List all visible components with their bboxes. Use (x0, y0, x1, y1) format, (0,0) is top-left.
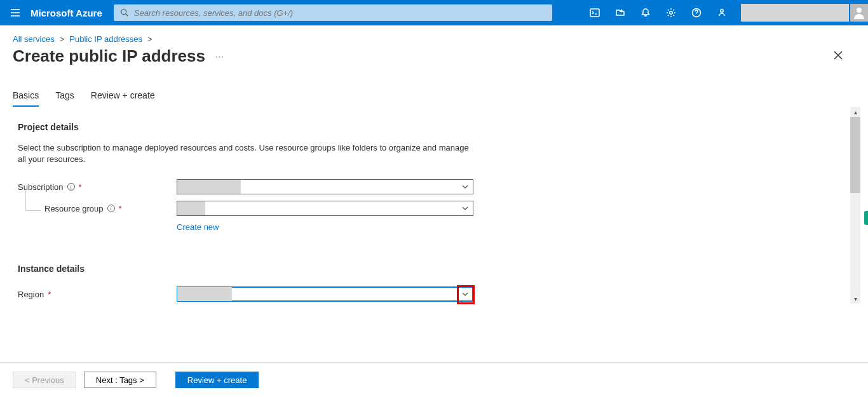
hamburger-icon (10, 8, 20, 18)
row-resource-group: Resource group i * (18, 201, 821, 216)
section-project-desc: Select the subscription to manage deploy… (18, 142, 475, 165)
scroll-up[interactable]: ▴ (850, 107, 860, 117)
wizard-footer: < Previous Next : Tags > Review + create (0, 362, 868, 397)
svg-rect-2 (590, 9, 599, 17)
review-create-button[interactable]: Review + create (175, 372, 259, 388)
chevron-down-icon (458, 205, 473, 212)
avatar-icon (851, 5, 867, 20)
subscription-value (177, 180, 241, 194)
previous-button: < Previous (13, 372, 76, 388)
section-project-title: Project details (18, 122, 821, 132)
breadcrumb-sep: > (147, 34, 153, 44)
svg-point-0 (121, 10, 126, 15)
close-icon (834, 51, 843, 60)
hamburger-menu[interactable] (0, 0, 31, 25)
side-feedback-tab[interactable] (864, 211, 868, 225)
next-button[interactable]: Next : Tags > (84, 372, 156, 388)
required-mark: * (79, 182, 82, 192)
tab-review-create[interactable]: Review + create (91, 90, 155, 107)
breadcrumb-public-ip[interactable]: Public IP addresses (69, 34, 142, 44)
close-blade-button[interactable] (834, 51, 843, 62)
topbar-icons (582, 0, 735, 25)
tab-basics[interactable]: Basics (13, 90, 39, 107)
subscription-dropdown[interactable] (177, 179, 473, 194)
create-new-resource-group-link[interactable]: Create new (177, 222, 821, 232)
copilot-icon[interactable] (607, 0, 633, 25)
info-icon[interactable]: i (107, 205, 115, 212)
info-icon[interactable]: i (67, 183, 75, 191)
label-region-text: Region (18, 290, 44, 299)
page-title: Create public IP address (13, 46, 205, 66)
breadcrumb-all-services[interactable]: All services (13, 34, 55, 44)
scrollbar-thumb[interactable] (850, 117, 860, 193)
region-value (177, 287, 232, 301)
settings-icon[interactable] (658, 0, 684, 25)
form-content: Project details Select the subscription … (0, 107, 839, 302)
label-resource-group-text: Resource group (44, 204, 104, 213)
section-instance-title: Instance details (18, 264, 821, 274)
cloud-shell-icon[interactable] (582, 0, 607, 25)
row-subscription: Subscription i * (18, 179, 821, 194)
tree-connector (25, 191, 41, 211)
page-header: Create public IP address ··· (0, 44, 868, 66)
svg-point-6 (857, 8, 862, 13)
feedback-icon[interactable] (709, 0, 735, 25)
breadcrumb: All services > Public IP addresses > (0, 25, 868, 44)
page-more-menu[interactable]: ··· (215, 51, 224, 61)
required-mark: * (48, 290, 51, 299)
account-box[interactable] (741, 4, 849, 22)
user-avatar[interactable] (850, 4, 868, 22)
row-region: Region * (18, 286, 821, 302)
label-resource-group: Resource group i * (44, 204, 177, 213)
top-bar: Microsoft Azure (0, 0, 868, 25)
notifications-icon[interactable] (633, 0, 658, 25)
required-mark: * (119, 204, 122, 213)
resource-group-value (177, 201, 205, 215)
svg-point-3 (670, 11, 672, 14)
breadcrumb-sep: > (60, 34, 65, 44)
region-dropdown[interactable] (177, 286, 473, 302)
help-icon[interactable] (684, 0, 709, 25)
resource-group-dropdown[interactable] (177, 201, 473, 216)
label-region: Region * (18, 290, 177, 299)
tabs: Basics Tags Review + create (0, 66, 868, 107)
svg-line-1 (126, 14, 128, 17)
chevron-down-icon (458, 184, 473, 190)
svg-point-5 (721, 10, 723, 12)
chevron-down-icon (458, 291, 473, 297)
brand-label: Microsoft Azure (31, 8, 114, 18)
scroll-down[interactable]: ▾ (850, 293, 860, 304)
tab-tags[interactable]: Tags (55, 90, 74, 107)
label-subscription: Subscription i * (18, 182, 177, 192)
global-search[interactable] (114, 4, 552, 21)
search-icon (120, 8, 129, 17)
search-input[interactable] (134, 8, 546, 18)
